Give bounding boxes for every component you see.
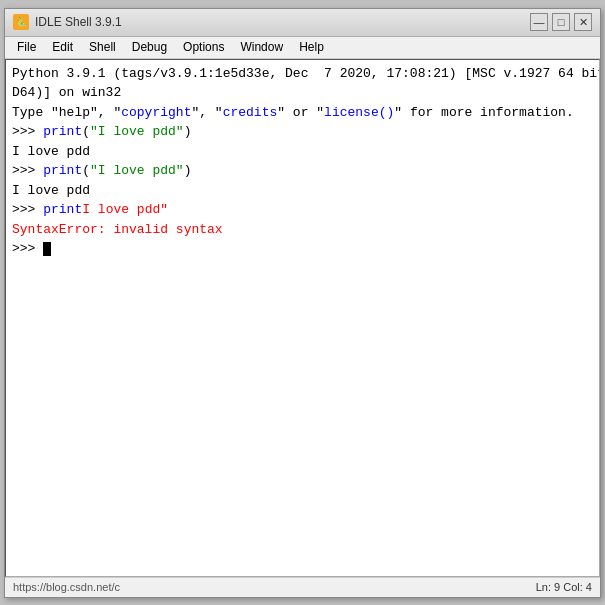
prompt-line-1: >>> print("I love pdd"): [12, 122, 593, 142]
prompt-line-2: >>> print("I love pdd"): [12, 161, 593, 181]
menu-file[interactable]: File: [9, 38, 44, 56]
output-line-2: I love pdd: [12, 181, 593, 201]
status-link: https://blog.csdn.net/c: [13, 581, 120, 593]
info-line-3: Type "help", "copyright", "credits" or "…: [12, 103, 593, 123]
info-line-1: Python 3.9.1 (tags/v3.9.1:1e5d33e, Dec 7…: [12, 64, 593, 84]
maximize-button[interactable]: □: [552, 13, 570, 31]
prompt-cursor-line: >>>: [12, 239, 593, 259]
menu-edit[interactable]: Edit: [44, 38, 81, 56]
menu-shell[interactable]: Shell: [81, 38, 124, 56]
close-button[interactable]: ✕: [574, 13, 592, 31]
menu-options[interactable]: Options: [175, 38, 232, 56]
window-title: IDLE Shell 3.9.1: [35, 15, 530, 29]
window-controls: — □ ✕: [530, 13, 592, 31]
output-line-1: I love pdd: [12, 142, 593, 162]
shell-output[interactable]: Python 3.9.1 (tags/v3.9.1:1e5d33e, Dec 7…: [5, 59, 600, 577]
menu-help[interactable]: Help: [291, 38, 332, 56]
status-bar: https://blog.csdn.net/c Ln: 9 Col: 4: [5, 577, 600, 597]
menu-bar: File Edit Shell Debug Options Window Hel…: [5, 37, 600, 59]
prompt-line-syntax: >>> printI love pdd": [12, 200, 593, 220]
error-line: SyntaxError: invalid syntax: [12, 220, 593, 240]
status-position: Ln: 9 Col: 4: [536, 581, 592, 593]
info-line-2: D64)] on win32: [12, 83, 593, 103]
cursor: [43, 242, 51, 256]
idle-window: 🐍 IDLE Shell 3.9.1 — □ ✕ File Edit Shell…: [4, 8, 601, 598]
icon-text: 🐍: [16, 17, 27, 27]
app-icon: 🐍: [13, 14, 29, 30]
menu-debug[interactable]: Debug: [124, 38, 175, 56]
title-bar: 🐍 IDLE Shell 3.9.1 — □ ✕: [5, 9, 600, 37]
menu-window[interactable]: Window: [232, 38, 291, 56]
minimize-button[interactable]: —: [530, 13, 548, 31]
